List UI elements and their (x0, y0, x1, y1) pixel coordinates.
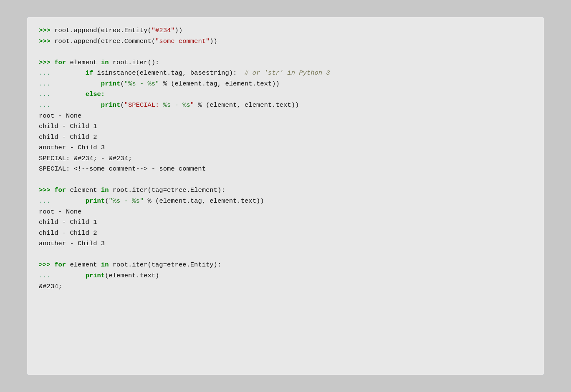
code-line: ... if isinstance(element.tag, basestrin… (39, 68, 532, 79)
output-line: another - Child 3 (39, 143, 532, 153)
continuation: ... (39, 272, 54, 279)
blank-line (39, 249, 532, 260)
output-line: child - Child 2 (39, 132, 532, 143)
output-line: root - None (39, 207, 532, 218)
code-line: ... else: (39, 89, 532, 100)
code-line: >>> for element in root.iter(tag=etree.E… (39, 185, 532, 196)
prompt: >>> (39, 38, 54, 45)
blank-line (39, 175, 532, 186)
continuation: ... (39, 69, 54, 77)
prompt: >>> (39, 59, 54, 66)
continuation: ... (39, 80, 54, 88)
prompt: >>> (39, 186, 54, 194)
code-line: >>> root.append(etree.Entity("#234")) (39, 25, 532, 36)
continuation: ... (39, 101, 54, 109)
continuation: ... (39, 197, 54, 205)
output-line: child - Child 2 (39, 228, 532, 239)
code-line: >>> root.append(etree.Comment("some comm… (39, 36, 532, 47)
code-container: >>> root.append(etree.Entity("#234")) >>… (27, 17, 544, 375)
continuation: ... (39, 90, 54, 98)
output-line: child - Child 1 (39, 121, 532, 132)
prompt: >>> (39, 261, 54, 269)
code-line: >>> for element in root.iter(tag=etree.E… (39, 260, 532, 271)
output-line: SPECIAL: &#234; - &#234; (39, 153, 532, 164)
blank-line (39, 47, 532, 58)
code-line: ... print("%s - %s" % (element.tag, elem… (39, 196, 532, 207)
output-line: another - Child 3 (39, 239, 532, 249)
output-line: &#234; (39, 281, 532, 292)
code-line: ... print(element.text) (39, 271, 532, 281)
prompt: >>> (39, 27, 54, 34)
output-line: root - None (39, 111, 532, 122)
output-line: SPECIAL: <!--some comment--> - some comm… (39, 164, 532, 175)
code-line: ... print("%s - %s" % (element.tag, elem… (39, 79, 532, 90)
output-line: child - Child 1 (39, 217, 532, 228)
code-line: ... print("SPECIAL: %s - %s" % (element,… (39, 100, 532, 111)
code-line: >>> for element in root.iter(): (39, 58, 532, 68)
